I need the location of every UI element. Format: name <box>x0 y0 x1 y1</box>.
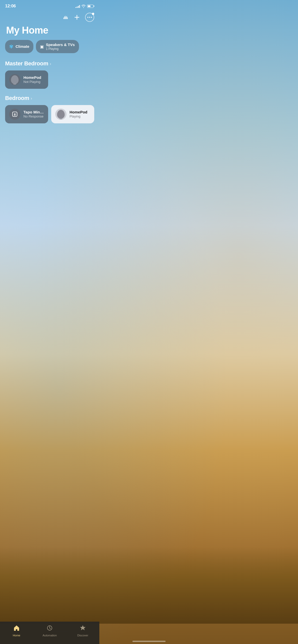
svg-point-9 <box>89 17 90 18</box>
homepod-bedroom-info: HomePod Playing <box>70 110 90 119</box>
signal-icon <box>75 5 80 8</box>
tapo-plug-tile[interactable]: Tapo Mini Plug No Response <box>5 105 48 123</box>
speakers-sublabel: 1 Playing <box>46 47 75 51</box>
more-button[interactable] <box>85 13 94 22</box>
battery-icon <box>87 5 94 8</box>
tapo-plug-status: No Response <box>23 114 44 119</box>
tapo-plug-info: Tapo Mini Plug No Response <box>23 110 44 119</box>
master-bedroom-header[interactable]: Master Bedroom › <box>5 60 94 67</box>
homepod-bedroom-status: Playing <box>70 114 90 119</box>
svg-point-8 <box>87 17 88 18</box>
bedroom-section: Bedroom › Tapo Mini Plug <box>0 95 99 129</box>
svg-rect-14 <box>14 115 16 115</box>
climate-chip[interactable]: ✾ Climate <box>5 40 33 53</box>
tapo-plug-icon-wrap <box>9 109 20 120</box>
bedroom-name: Bedroom <box>5 95 29 101</box>
homepod-bedroom-name: HomePod <box>70 110 90 114</box>
homepod-master-status: Not Playing <box>23 80 44 84</box>
category-chips: ✾ Climate ▣ Speakers & TVs 1 Playing <box>0 40 99 60</box>
speakers-label: Speakers & TVs <box>46 42 75 47</box>
status-bar: 12:06 <box>0 0 99 11</box>
notification-dot <box>92 13 94 15</box>
svg-rect-13 <box>15 113 16 115</box>
climate-label: Climate <box>16 44 29 49</box>
status-time: 12:06 <box>5 4 16 9</box>
bedroom-header[interactable]: Bedroom › <box>5 95 94 101</box>
homepod-bedroom-icon-wrap <box>55 109 66 120</box>
status-icons <box>75 5 94 8</box>
homepod-bedroom-tile[interactable]: HomePod Playing <box>51 105 94 123</box>
master-bedroom-section: Master Bedroom › HomePod Not Playing <box>0 60 99 95</box>
homepod-master-icon <box>11 75 19 84</box>
bedroom-devices: Tapo Mini Plug No Response HomePod Playi… <box>5 105 94 123</box>
fan-icon: ✾ <box>9 43 13 50</box>
speakers-icon: ▣ <box>40 44 44 49</box>
speakers-chip[interactable]: ▣ Speakers & TVs 1 Playing <box>36 40 79 53</box>
add-button[interactable] <box>74 14 80 20</box>
svg-rect-11 <box>12 112 17 116</box>
svg-rect-12 <box>14 113 15 115</box>
bedroom-chevron: › <box>31 96 32 101</box>
homepod-master-icon-wrap <box>9 74 20 85</box>
homepod-master-name: HomePod <box>23 75 44 80</box>
homepod-master-info: HomePod Not Playing <box>23 75 44 84</box>
voice-button[interactable] <box>63 14 69 20</box>
master-bedroom-devices: HomePod Not Playing <box>5 70 94 89</box>
homepod-bedroom-icon <box>57 110 65 119</box>
master-bedroom-name: Master Bedroom <box>5 60 48 67</box>
homepod-master-tile[interactable]: HomePod Not Playing <box>5 70 48 89</box>
tapo-plug-name: Tapo Mini Plug <box>23 110 44 114</box>
page-title: My Home <box>0 24 99 40</box>
plug-icon <box>11 110 19 118</box>
master-bedroom-chevron: › <box>50 62 51 66</box>
wifi-icon <box>82 5 86 8</box>
svg-point-10 <box>91 17 92 18</box>
header-toolbar <box>0 11 99 24</box>
